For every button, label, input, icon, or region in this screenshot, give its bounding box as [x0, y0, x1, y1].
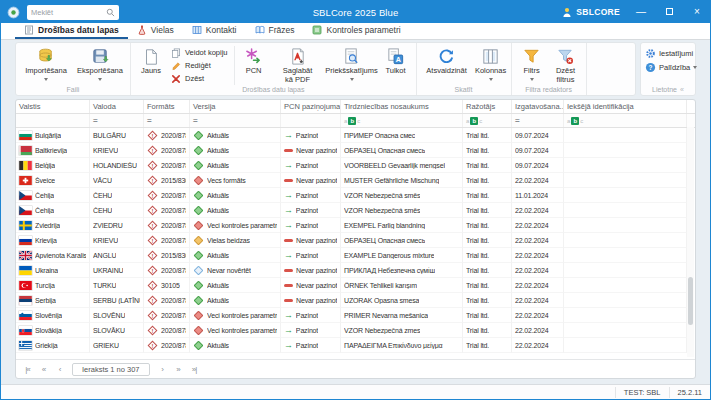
language-cell: KRIEVU	[93, 237, 118, 244]
table-row[interactable]: Krievija KRIEVU !2020/878 Vielas beidzas…	[16, 233, 695, 248]
filter-cell[interactable]: =	[512, 114, 564, 127]
version-status-icon	[194, 145, 204, 155]
filter-cell[interactable]: abc	[564, 114, 687, 127]
manufactured-date-cell: 22.02.2024	[515, 282, 549, 289]
table-row[interactable]: Apvienota Karaliste ANGĻU !2015/830 Aktu…	[16, 248, 695, 263]
table-row[interactable]: Bulgārija BULGĀRU !2020/878 Aktuāls →Paz…	[16, 128, 695, 143]
table-row[interactable]: Turcija TURKU !30105 Aktuāls Nevar paziņ…	[16, 278, 695, 293]
window-title: SBLCore 2025 Blue	[313, 7, 399, 18]
manufacturer-cell: Trial ltd.	[466, 252, 489, 259]
search-box[interactable]	[27, 5, 119, 20]
minimize-button[interactable]: —	[634, 5, 648, 19]
refresh-button[interactable]: Atsvaidzināt	[420, 45, 474, 76]
button-label: Priekšskatījums	[325, 67, 378, 76]
tab-frazes[interactable]: Frāzes	[246, 23, 304, 39]
edit-button[interactable]: Rediģēt	[170, 60, 228, 71]
column-header[interactable]: Formāts	[144, 100, 190, 113]
export-button[interactable]: Eksportēšana	[73, 45, 127, 83]
table-row[interactable]: Slovākija SLOVĀKU !2020/878 Veci kontrol…	[16, 323, 695, 338]
close-button[interactable]: ×	[690, 5, 704, 19]
tab-vielas[interactable]: Vielas	[128, 23, 183, 39]
help-icon: ?	[645, 62, 656, 73]
tab-kontroles-parametri[interactable]: Kontroles parametri	[303, 23, 409, 39]
country-flag-icon	[19, 296, 32, 305]
filter-cell[interactable]	[16, 114, 90, 127]
format-warning-icon: !	[148, 235, 158, 245]
button-label: Eksportēšana	[77, 67, 123, 76]
filter-cell[interactable]: abc	[463, 114, 512, 127]
pcn-status-icon	[284, 299, 293, 302]
format-cell: 2020/878	[161, 237, 186, 244]
column-header[interactable]: Versija	[190, 100, 281, 113]
clear-filter-icon	[556, 46, 575, 67]
clear-filters-button[interactable]: Dzēst filtrus	[549, 45, 583, 84]
country-cell: Beļģija	[35, 162, 55, 169]
table-row[interactable]: Čehija ČEHU !2020/878 Aktuāls →Paziņot V…	[16, 203, 695, 218]
preview-button[interactable]: Priekšskatījums	[325, 45, 379, 83]
pager-prev-button[interactable]: ‹	[53, 365, 66, 374]
user-icon	[562, 7, 572, 18]
column-header[interactable]: Tirdzniecības nosaukums	[341, 100, 463, 113]
country-flag-icon	[19, 191, 32, 200]
ribbon-group-label: Filtra redaktors	[512, 86, 586, 95]
export-icon	[91, 46, 110, 67]
import-button[interactable]: Importēšana	[19, 45, 73, 83]
copy-button[interactable]: Veidot kopiju	[170, 47, 228, 58]
table-row[interactable]: Čehija ČEHU !2020/878 Aktuāls →Paziņot V…	[16, 188, 695, 203]
search-input[interactable]	[31, 8, 103, 17]
table-row[interactable]: Slovēnija SLOVĒŅU !2020/878 Veci kontrol…	[16, 308, 695, 323]
manufactured-date-cell: 22.02.2024	[515, 297, 549, 304]
table-row[interactable]: Serbija SERBU (LATĪŅU) !2020/878 Aktuāls…	[16, 293, 695, 308]
delete-button[interactable]: Dzēst	[170, 73, 228, 84]
table-row[interactable]: Beļģija HOLANDIEŠU !2020/878 Aktuāls →Pa…	[16, 158, 695, 173]
filter-cell[interactable]: =	[144, 114, 190, 127]
ribbon-group-faili: Importēšana Eksportēšana Faili	[16, 43, 131, 95]
app-icon	[7, 6, 20, 19]
pcn-cell: Nevar paziņot	[296, 237, 337, 244]
pager-fast-prev-button[interactable]: «	[37, 365, 50, 374]
pager-last-button[interactable]: »|	[188, 365, 201, 374]
column-header[interactable]: Izgatavošana...	[512, 100, 564, 113]
table-row[interactable]: Grieķija GRIEĶU !2020/878 Aktuāls →Paziņ…	[16, 338, 695, 353]
column-header[interactable]: Valstis	[16, 100, 90, 113]
pager-next-button[interactable]: ›	[156, 365, 169, 374]
translate-button[interactable]: A Tulkot	[379, 45, 413, 76]
table-row[interactable]: Zviedrija ZVIEDRU !2020/878 Veci kontrol…	[16, 218, 695, 233]
column-header[interactable]: Ražotājs	[463, 100, 512, 113]
pcn-status-icon	[284, 239, 293, 242]
column-header[interactable]: Iekšējā identifikācija	[564, 100, 687, 113]
pcn-button[interactable]: PCN	[237, 45, 271, 76]
country-flag-icon	[19, 281, 32, 290]
maximize-button[interactable]	[662, 5, 676, 19]
account-button[interactable]: SBLCORE	[562, 7, 620, 18]
column-header[interactable]: Valoda	[90, 100, 144, 113]
ribbon-group-label: Skatīt	[417, 86, 511, 95]
scrollbar-thumb[interactable]	[688, 277, 693, 325]
manufacturer-cell: Trial ltd.	[466, 207, 489, 214]
vertical-scrollbar[interactable]	[687, 127, 694, 357]
table-row[interactable]: Ukraina UKRAIŅU !2020/878 Nevar novērtēt…	[16, 263, 695, 278]
filter-cell[interactable]: =	[190, 114, 281, 127]
grid-header-row: ValstisValodaFormātsVersijaPCN paziņojum…	[16, 100, 695, 114]
new-button[interactable]: Jauns	[134, 45, 168, 76]
pager-first-button[interactable]: |«	[21, 365, 34, 374]
pager-fast-next-button[interactable]: »	[172, 365, 185, 374]
table-row[interactable]: Šveice VĀCU !2015/830 Vecs formāts Nevar…	[16, 173, 695, 188]
table-row[interactable]: Baltkrievija KRIEVU !2020/878 Aktuāls Ne…	[16, 143, 695, 158]
help-button[interactable]: ? Palīdzība	[645, 60, 691, 74]
filter-cell[interactable]: abc	[341, 114, 463, 127]
column-header[interactable]: PCN paziņojuma...	[281, 100, 341, 113]
country-flag-icon	[19, 341, 32, 350]
save-as-pdf-button[interactable]: Saglabāt kā PDF	[271, 45, 325, 84]
version-status-icon	[194, 325, 204, 335]
ribbon-group-filtra-redaktors: Filtrs Dzēst filtrus Filtra redaktors	[512, 43, 587, 95]
filter-cell[interactable]	[281, 114, 341, 127]
settings-button[interactable]: Iestatījumi	[645, 46, 691, 60]
tab-kontakti[interactable]: Kontakti	[183, 23, 246, 39]
collapse-ribbon-icon[interactable]: «	[680, 86, 684, 93]
tab-drosibas-datu-lapas[interactable]: Drošības datu lapas	[15, 23, 128, 39]
filter-button[interactable]: Filtrs	[515, 45, 549, 83]
filter-cell[interactable]: =	[90, 114, 144, 127]
button-label: Importēšana	[25, 67, 67, 76]
columns-button[interactable]: Kolonnas	[474, 45, 508, 83]
